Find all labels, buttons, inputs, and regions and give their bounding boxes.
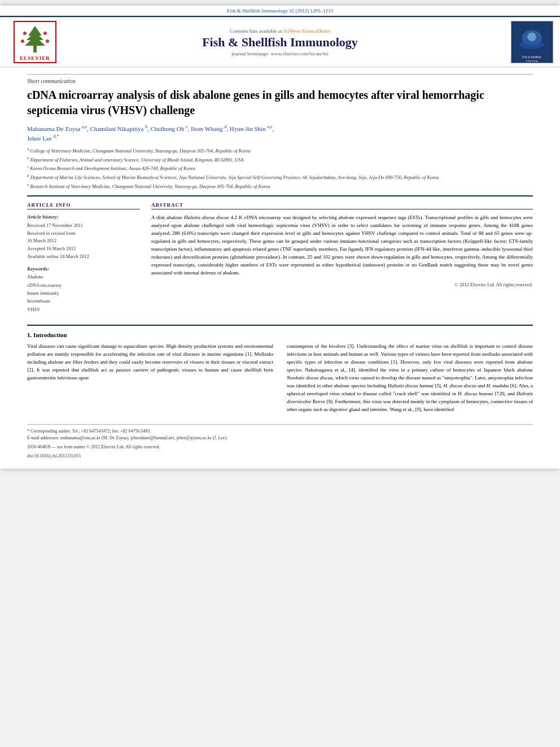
intro-title: 1. Introduction xyxy=(27,331,533,338)
affil-e: e Research Institute of Veterinary Medic… xyxy=(27,182,533,190)
abstract-col: Abstract A disk abalone Haliotis discus … xyxy=(151,202,533,313)
elsevier-label: ELSEVIER xyxy=(20,55,50,61)
elsevier-box: ELSEVIER xyxy=(14,21,56,63)
page: Fish & Shellfish Immunology 32 (2012) 12… xyxy=(0,6,560,469)
cover-art-icon: Fish & Shellfish Immunology xyxy=(511,21,553,63)
corresponding-author-note: * Corresponding author. Tel.: +82 647543… xyxy=(27,428,533,435)
svg-point-5 xyxy=(23,32,27,35)
journal-homepage: journal homepage: www.elsevier.com/locat… xyxy=(63,51,497,56)
elsevier-logo-area: ELSEVIER xyxy=(7,21,63,63)
svg-point-12 xyxy=(527,32,536,41)
elsevier-tree-icon xyxy=(18,23,52,54)
svg-text:Fish & Shellfish: Fish & Shellfish xyxy=(522,56,541,59)
article-info-abstract: Article Info Article history: Received 1… xyxy=(27,195,533,313)
svg-rect-1 xyxy=(33,45,37,53)
copyright-notice: © 2012 Elsevier Ltd. All rights reserved… xyxy=(151,282,533,287)
journal-title: Fish & Shellfish Immunology xyxy=(63,35,497,50)
article-history: Received 17 November 2011 Received in re… xyxy=(27,222,140,260)
authors-line: Mahanama De Zoysa a,e, Chamilani Nikapit… xyxy=(27,124,533,143)
intro-para-1: Viral diseases can cause significant dam… xyxy=(27,343,273,382)
intro-col-right: consumption of the bivalves [3]. Underst… xyxy=(287,343,533,418)
svg-point-8 xyxy=(46,40,49,43)
journal-header: ELSEVIER Contents lists available at Sci… xyxy=(0,17,560,67)
article-info-col: Article Info Article history: Received 1… xyxy=(27,202,140,313)
article-type-label: Short communication xyxy=(27,74,533,84)
intro-columns: Viral diseases can cause significant dam… xyxy=(27,343,533,418)
journal-ref: Fish & Shellfish Immunology 32 (2012) 12… xyxy=(0,8,560,14)
affil-b: b Department of Fisheries, Animal and ve… xyxy=(27,155,533,164)
intro-col-left: Viral diseases can cause significant dam… xyxy=(27,343,273,418)
affil-c: c Korea Ocean Research and Development I… xyxy=(27,164,533,172)
journal-cover-image: Fish & Shellfish Immunology xyxy=(511,21,553,63)
abstract-heading: Abstract xyxy=(151,202,533,209)
journal-title-area: Contents lists available at SciVerse Sci… xyxy=(63,28,497,56)
footnotes: * Corresponding author. Tel.: +82 647543… xyxy=(27,424,533,460)
article-title: cDNA microarray analysis of disk abalone… xyxy=(27,88,533,118)
journal-thumbnail-area: Fish & Shellfish Immunology xyxy=(497,21,553,63)
sciverse-link[interactable]: SciVerse ScienceDirect xyxy=(283,28,330,34)
sciverse-line: Contents lists available at SciVerse Sci… xyxy=(63,28,497,34)
keywords-list: Abalone cDNA microarray Innate immunity … xyxy=(27,273,140,313)
journal-bar: Fish & Shellfish Immunology 32 (2012) 12… xyxy=(0,6,560,17)
svg-point-11 xyxy=(520,40,544,49)
issn-line: 1050-4648/$ — see front matter © 2012 El… xyxy=(27,444,533,451)
keywords-label: Keywords: xyxy=(27,266,140,272)
email-note: E-mail addresses: mahanama@cnu.ac.kr (M.… xyxy=(27,435,533,442)
affil-a: a College of Veterinary Medicine, Chungn… xyxy=(27,146,533,155)
doi-line: doi:10.1016/j.fsi.2012.03.015 xyxy=(27,453,533,460)
affiliations: a College of Veterinary Medicine, Chungn… xyxy=(27,146,533,190)
intro-para-2: consumption of the bivalves [3]. Underst… xyxy=(287,343,533,413)
main-content: Short communication cDNA microarray anal… xyxy=(0,67,560,469)
introduction-section: 1. Introduction Viral diseases can cause… xyxy=(27,325,533,418)
article-history-label: Article history: xyxy=(27,214,140,220)
svg-text:Immunology: Immunology xyxy=(526,59,537,62)
article-info-heading: Article Info xyxy=(27,202,140,209)
affil-d: d Department of Marine Life Sciences, Sc… xyxy=(27,173,533,181)
svg-point-7 xyxy=(21,40,24,43)
abstract-text: A disk abalone Haliotis discus discus 4.… xyxy=(151,214,533,277)
svg-point-6 xyxy=(43,32,47,35)
